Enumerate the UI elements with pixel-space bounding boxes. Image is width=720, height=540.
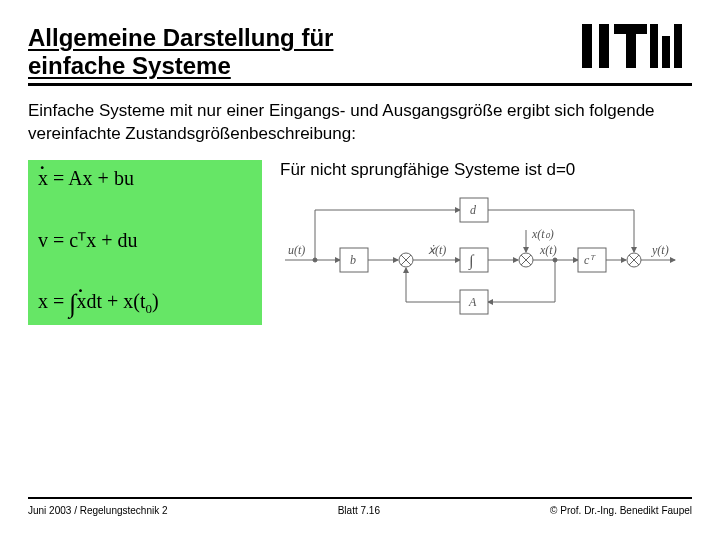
integral-icon: ∫ — [69, 289, 76, 318]
diag-x: x(t) — [539, 243, 557, 257]
svg-rect-0 — [582, 24, 592, 68]
footer-center: Blatt 7.16 — [338, 505, 380, 516]
equations-box: x = Ax + bu v = cᵀx + du x = ∫xdt + x(t0… — [28, 160, 262, 325]
slide-title: Allgemeine Darstellung für einfache Syst… — [28, 24, 333, 79]
header: Allgemeine Darstellung für einfache Syst… — [28, 24, 692, 86]
diag-A: A — [468, 295, 477, 309]
footer: Juni 2003 / Regelungstechnik 2 Blatt 7.1… — [28, 497, 692, 516]
svg-rect-1 — [599, 24, 609, 68]
eq3-suffix-b: ) — [152, 290, 159, 312]
svg-point-37 — [313, 258, 317, 262]
footer-left: Juni 2003 / Regelungstechnik 2 — [28, 505, 168, 516]
eq1-lhs: x — [38, 168, 48, 188]
diag-d: d — [470, 203, 477, 217]
intro-text: Einfache Systeme mit nur einer Eingangs-… — [28, 100, 692, 146]
equation-3: x = ∫xdt + x(t0) — [38, 291, 252, 317]
diag-u: u(t) — [288, 243, 305, 257]
eq3-var: x — [76, 291, 86, 311]
eq3-prefix: x = — [38, 290, 69, 312]
svg-point-38 — [553, 258, 557, 262]
diag-y: y(t) — [651, 243, 669, 257]
sprung-note: Für nicht sprungfähige Systeme ist d=0 — [280, 160, 692, 180]
content-row: x = Ax + bu v = cᵀx + du x = ∫xdt + x(t0… — [28, 160, 692, 325]
equation-1: x = Ax + bu — [38, 168, 252, 188]
block-diagram: u(t) b ẋ(t) ∫ x(t) x(t₀) cᵀ y(t) A d — [280, 190, 692, 320]
diag-x0: x(t₀) — [531, 227, 554, 241]
diag-b: b — [350, 253, 356, 267]
title-line-2: einfache Systeme — [28, 52, 231, 79]
eq1-rhs: = Ax + bu — [48, 167, 134, 189]
svg-rect-3 — [626, 24, 636, 68]
right-column: Für nicht sprungfähige Systeme ist d=0 — [280, 160, 692, 320]
svg-rect-6 — [674, 24, 682, 68]
diag-xdot: ẋ(t) — [428, 243, 446, 257]
eq3-suffix-a: dt + x(t — [86, 290, 145, 312]
htw-logo-icon — [582, 24, 692, 68]
equation-2: v = cᵀx + du — [38, 230, 252, 250]
footer-right: © Prof. Dr.-Ing. Benedikt Faupel — [550, 505, 692, 516]
svg-rect-4 — [650, 24, 658, 68]
title-line-1: Allgemeine Darstellung für — [28, 24, 333, 51]
svg-rect-5 — [662, 36, 670, 68]
svg-rect-14 — [460, 248, 488, 272]
